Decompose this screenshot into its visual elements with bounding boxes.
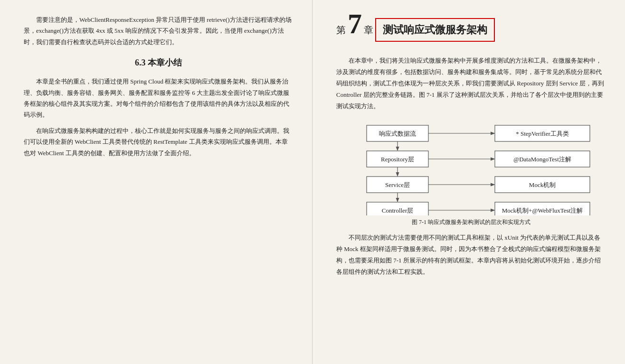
chapter-prefix: 第 [336,24,346,37]
section-body-1: 本章是全书的重点，我们通过使用 Spring Cloud 框架来实现响应式微服务… [24,76,293,121]
right-page: 第 7 章 测试响应式微服务架构 在本章中，我们将关注响应式微服务架构中开展多维… [312,0,625,364]
right-intro-text: 在本章中，我们将关注响应式微服务架构中开展多维度测试的方法和工具。在微服务架构中… [336,55,606,112]
svg-text:Mock机制: Mock机制 [529,181,556,188]
section-body-2: 在响应式微服务架构构建的过程中，核心工作就是如何实现服务与服务之间的响应式调用。… [24,125,293,159]
chapter-title-box: 测试响应式微服务架构 [375,18,495,42]
svg-text:@DataMongoTest注解: @DataMongoTest注解 [513,156,571,163]
diagram-svg: 响应式数据流 Repository层 Service层 Controller层 … [338,121,604,215]
svg-text:Mock机制+@WebFluxTest注解: Mock机制+@WebFluxTest注解 [502,207,583,214]
chapter-title: 测试响应式微服务架构 [383,24,487,36]
chapter-number: 7 [348,9,362,38]
diagram-caption: 图 7-1 响应式微服务架构测试的层次和实现方式 [336,218,606,226]
svg-text:Service层: Service层 [385,181,410,188]
section-title: 6.3 本章小结 [24,57,293,68]
svg-text:响应式数据流: 响应式数据流 [379,130,416,137]
diagram-container: 响应式数据流 Repository层 Service层 Controller层 … [336,121,606,215]
svg-text:* StepVerifier工具类: * StepVerifier工具类 [516,130,569,137]
chapter-suffix: 章 [364,24,373,37]
svg-text:Repository层: Repository层 [381,156,414,163]
svg-text:Controller层: Controller层 [382,207,413,214]
left-page: 需要注意的是，WebClientResponseException 异常只适用于… [0,0,312,364]
left-intro-text: 需要注意的是，WebClientResponseException 异常只适用于… [24,14,293,47]
right-bottom-text: 不同层次的测试方法需要使用不同的测试工具和框架，以 xUnit 为代表的单元测试… [336,232,606,278]
